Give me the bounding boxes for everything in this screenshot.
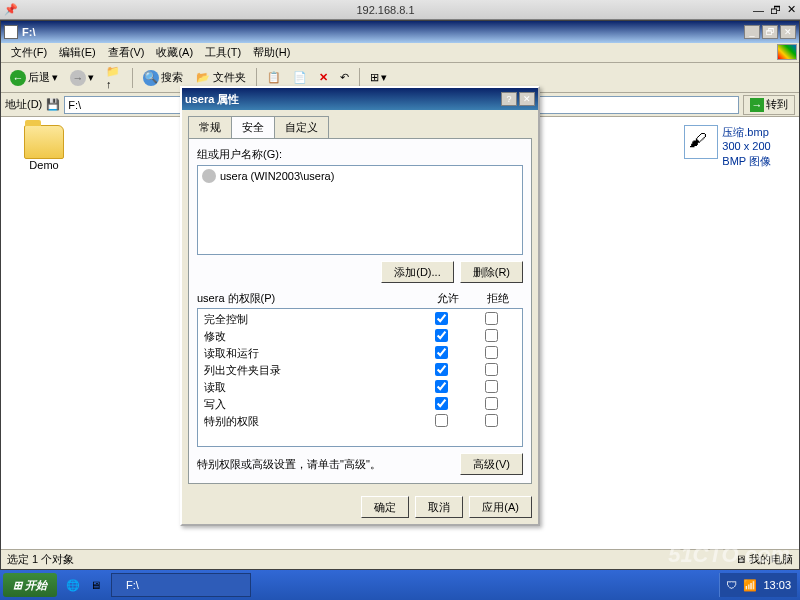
views-icon: ⊞ xyxy=(370,71,379,84)
connection-ip: 192.168.8.1 xyxy=(356,4,414,16)
system-tray[interactable]: 🛡 📶 13:03 xyxy=(719,573,797,597)
menu-tools[interactable]: 工具(T) xyxy=(199,43,247,62)
permission-row: 读取 xyxy=(200,379,520,396)
advanced-text: 特别权限或高级设置，请单击"高级"。 xyxy=(197,457,452,472)
file-dims: 300 x 200 xyxy=(722,139,771,153)
dialog-titlebar[interactable]: usera 属性 ? ✕ xyxy=(182,88,538,110)
allow-header: 允许 xyxy=(423,291,473,306)
task-title: F:\ xyxy=(126,579,139,591)
deny-checkbox[interactable] xyxy=(485,397,498,410)
ql-ie[interactable]: 🌐 xyxy=(63,575,83,595)
tray-security-icon[interactable]: 🛡 xyxy=(726,579,737,591)
permissions-list[interactable]: 完全控制修改读取和运行列出文件夹目录读取写入特别的权限 xyxy=(197,308,523,447)
file-item[interactable]: 压缩.bmp 300 x 200 BMP 图像 xyxy=(684,125,771,168)
allow-checkbox[interactable] xyxy=(435,414,448,427)
minimize-button[interactable]: _ xyxy=(744,25,760,39)
perm-name: 读取和运行 xyxy=(204,346,416,361)
start-button[interactable]: ⊞ 开始 xyxy=(3,573,57,597)
minimize-icon[interactable]: — xyxy=(753,4,764,16)
up-button[interactable]: 📁↑ xyxy=(101,67,127,89)
folder-item[interactable]: Demo xyxy=(9,125,79,171)
move-icon: 📋 xyxy=(267,71,281,84)
allow-checkbox[interactable] xyxy=(435,346,448,359)
search-icon: 🔍 xyxy=(143,70,159,86)
user-icon xyxy=(202,169,216,183)
drive-icon xyxy=(4,25,18,39)
forward-button[interactable]: → ▾ xyxy=(65,67,99,89)
permission-row: 写入 xyxy=(200,396,520,413)
back-arrow-icon: ← xyxy=(10,70,26,86)
close-icon[interactable]: ✕ xyxy=(787,3,796,16)
file-name: 压缩.bmp xyxy=(722,125,771,139)
pin-icon[interactable]: 📌 xyxy=(4,3,18,16)
folder-icon xyxy=(24,125,64,159)
perm-name: 完全控制 xyxy=(204,312,416,327)
menu-favorites[interactable]: 收藏(A) xyxy=(150,43,199,62)
tab-security[interactable]: 安全 xyxy=(231,116,275,138)
allow-checkbox[interactable] xyxy=(435,380,448,393)
go-label: 转到 xyxy=(766,97,788,112)
deny-checkbox[interactable] xyxy=(485,380,498,393)
menu-edit[interactable]: 编辑(E) xyxy=(53,43,102,62)
group-user-label: 组或用户名称(G): xyxy=(197,147,523,162)
ql-desktop[interactable]: 🖥 xyxy=(85,575,105,595)
menu-file[interactable]: 文件(F) xyxy=(5,43,53,62)
menu-help[interactable]: 帮助(H) xyxy=(247,43,296,62)
remove-button[interactable]: 删除(R) xyxy=(460,261,523,283)
forward-arrow-icon: → xyxy=(70,70,86,86)
perm-name: 读取 xyxy=(204,380,416,395)
maximize-button[interactable]: 🗗 xyxy=(762,25,778,39)
ok-button[interactable]: 确定 xyxy=(361,496,409,518)
help-button[interactable]: ? xyxy=(501,92,517,106)
perm-name: 写入 xyxy=(204,397,416,412)
user-list[interactable]: usera (WIN2003\usera) xyxy=(197,165,523,255)
permission-row: 特别的权限 xyxy=(200,413,520,430)
close-button[interactable]: ✕ xyxy=(780,25,796,39)
status-left: 选定 1 个对象 xyxy=(7,552,74,567)
add-button[interactable]: 添加(D)... xyxy=(381,261,453,283)
dialog-title: usera 属性 xyxy=(185,92,501,107)
deny-checkbox[interactable] xyxy=(485,329,498,342)
allow-checkbox[interactable] xyxy=(435,312,448,325)
user-row[interactable]: usera (WIN2003\usera) xyxy=(200,168,520,184)
menubar: 文件(F) 编辑(E) 查看(V) 收藏(A) 工具(T) 帮助(H) xyxy=(1,43,799,63)
drive-small-icon: 💾 xyxy=(46,98,60,111)
tab-custom[interactable]: 自定义 xyxy=(274,116,329,138)
allow-checkbox[interactable] xyxy=(435,329,448,342)
restore-icon[interactable]: 🗗 xyxy=(770,4,781,16)
go-arrow-icon: → xyxy=(750,98,764,112)
folders-label: 文件夹 xyxy=(213,70,246,85)
quick-launch: 🌐 🖥 xyxy=(63,575,105,595)
bmp-file-icon xyxy=(684,125,718,159)
file-type: BMP 图像 xyxy=(722,154,771,168)
tab-general[interactable]: 常规 xyxy=(188,116,232,138)
user-name: usera (WIN2003\usera) xyxy=(220,170,334,182)
deny-checkbox[interactable] xyxy=(485,414,498,427)
folder-name: Demo xyxy=(29,159,58,171)
deny-checkbox[interactable] xyxy=(485,346,498,359)
cancel-button[interactable]: 取消 xyxy=(415,496,463,518)
up-folder-icon: 📁↑ xyxy=(106,70,122,86)
permissions-header: usera 的权限(P) 允许 拒绝 xyxy=(197,291,523,306)
taskbar-task[interactable]: F:\ xyxy=(111,573,251,597)
permission-row: 列出文件夹目录 xyxy=(200,362,520,379)
delete-icon: ✕ xyxy=(319,71,328,84)
permission-row: 完全控制 xyxy=(200,311,520,328)
back-button[interactable]: ← 后退 ▾ xyxy=(5,67,63,89)
folders-icon: 📂 xyxy=(195,70,211,86)
allow-checkbox[interactable] xyxy=(435,363,448,376)
deny-checkbox[interactable] xyxy=(485,312,498,325)
go-button[interactable]: → 转到 xyxy=(743,95,795,115)
tray-volume-icon[interactable]: 📶 xyxy=(743,579,757,592)
dialog-close-button[interactable]: ✕ xyxy=(519,92,535,106)
deny-checkbox[interactable] xyxy=(485,363,498,376)
clock: 13:03 xyxy=(763,579,791,591)
search-label: 搜索 xyxy=(161,70,183,85)
apply-button[interactable]: 应用(A) xyxy=(469,496,532,518)
explorer-titlebar[interactable]: F:\ _ 🗗 ✕ xyxy=(1,21,799,43)
perm-label: usera 的权限(P) xyxy=(197,291,423,306)
allow-checkbox[interactable] xyxy=(435,397,448,410)
dialog-buttons: 确定 取消 应用(A) xyxy=(182,490,538,524)
menu-view[interactable]: 查看(V) xyxy=(102,43,151,62)
advanced-button[interactable]: 高级(V) xyxy=(460,453,523,475)
